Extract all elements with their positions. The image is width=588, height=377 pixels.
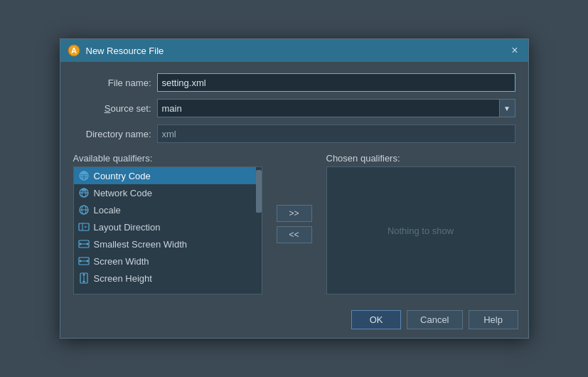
svg-marker-17 [85,226,87,228]
svg-point-11 [82,188,85,192]
transfer-buttons: >> << [271,153,318,294]
qualifier-label-layout-direction: Layout Direction [94,222,161,233]
screen-height-icon [78,272,90,284]
directory-name-row: Directory name: xml [73,124,515,143]
dialog-title: New Resource File [86,46,503,56]
available-qualifiers-list[interactable]: Country Code [74,167,256,294]
file-name-row: File name: [73,73,515,92]
svg-text:A: A [71,46,77,55]
layout-direction-icon [78,221,90,233]
close-button[interactable]: × [508,43,520,58]
source-set-value: main [158,101,499,116]
smallest-screen-width-icon [78,238,90,250]
qualifier-item-screen-width[interactable]: Screen Width [74,253,256,270]
qualifier-item-network-code[interactable]: Network Code [74,184,256,201]
source-set-label: Source set: [73,103,151,114]
dialog-body: File name: Source set: main ▼ Directory … [60,62,528,303]
qualifier-item-smallest-screen-width[interactable]: Smallest Screen Width [74,235,256,253]
chosen-qualifiers-label: Chosen qualifiers: [326,153,515,164]
available-qualifiers-label: Available qualifiers: [73,153,262,164]
qualifier-item-screen-height[interactable]: Screen Height [74,270,256,287]
titlebar: A New Resource File × [60,39,528,62]
qualifier-label-network-code: Network Code [94,188,152,198]
qualifier-label-smallest-screen-width: Smallest Screen Width [94,239,188,250]
remove-qualifier-button[interactable]: << [277,226,312,243]
country-code-icon [78,170,90,181]
qualifier-label-screen-height: Screen Height [94,273,152,284]
locale-icon [78,204,90,216]
source-set-row: Source set: main ▼ [73,99,515,117]
directory-name-label: Directory name: [73,129,151,139]
source-set-select[interactable]: main ▼ [157,99,515,117]
qualifier-label-screen-width: Screen Width [94,256,149,267]
network-code-icon [78,187,90,198]
nothing-to-show-text: Nothing to show [387,225,454,236]
add-qualifier-button[interactable]: >> [277,205,312,222]
screen-width-icon [78,255,90,267]
file-name-label: File name: [73,78,151,88]
available-qualifiers-panel: Available qualifiers: [73,153,262,294]
scroll-thumb [256,170,262,213]
chosen-qualifiers-panel: Chosen qualifiers: Nothing to show [326,153,515,294]
source-set-dropdown-arrow[interactable]: ▼ [499,100,515,117]
help-button[interactable]: Help [469,310,518,329]
svg-point-7 [82,171,85,175]
bottom-bar: OK Cancel Help [60,303,528,338]
ok-button[interactable]: OK [351,310,401,329]
chosen-qualifiers-list: Nothing to show [326,166,515,294]
qualifier-item-country-code[interactable]: Country Code [74,167,256,184]
file-name-input[interactable] [157,73,515,92]
new-resource-file-dialog: A New Resource File × File name: Source … [60,38,529,339]
qualifier-item-layout-direction[interactable]: Layout Direction [74,218,256,235]
qualifier-label-locale: Locale [94,205,121,216]
directory-name-value: xml [157,124,515,143]
list-scrollbar[interactable] [256,167,262,294]
qualifier-label-country-code: Country Code [94,171,151,181]
qualifier-item-locale[interactable]: Locale [74,201,256,218]
cancel-button[interactable]: Cancel [407,310,462,329]
app-icon: A [68,44,80,57]
